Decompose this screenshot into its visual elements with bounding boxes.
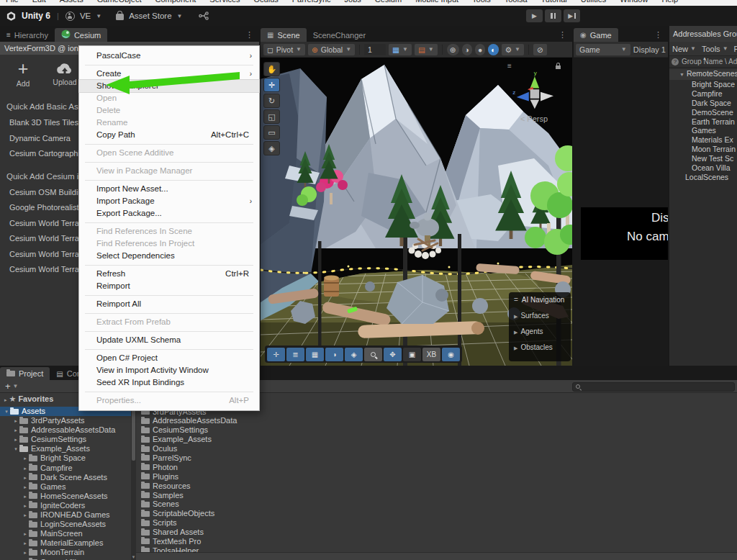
drag-handle-icon[interactable]: =	[514, 296, 518, 304]
folder-list-row[interactable]: Resources	[136, 482, 737, 491]
context-menu-item[interactable]: Open Scene Additive ›	[79, 147, 259, 159]
folder-list-row[interactable]: ParrelSync	[136, 453, 737, 463]
2d-toggle-button[interactable]: ◑	[462, 44, 472, 55]
tab-scene[interactable]: ▦ Scene	[261, 28, 307, 42]
compass-overlay-button[interactable]: ◉	[442, 348, 460, 361]
context-menu-item[interactable]: ›	[79, 346, 259, 352]
expand-arrow-icon[interactable]	[22, 510, 29, 520]
group-entry-row[interactable]: Ocean Villa	[669, 163, 737, 173]
folder-tree-row[interactable]: AddressableAssetsData	[0, 425, 131, 435]
folder-list-row[interactable]: AddressableAssetsData	[136, 416, 737, 425]
folder-tree-row[interactable]: LoginSceneAssets	[0, 520, 131, 529]
effects-dropdown[interactable]: ⚙▼	[502, 44, 524, 55]
menu-bar-item[interactable]: Toolsa	[505, 0, 528, 4]
folder-tree-row[interactable]: 3rdPartyAssets	[0, 416, 131, 425]
folder-tree-row[interactable]: Dark Scene Assets	[0, 473, 131, 482]
expand-arrow-icon[interactable]	[22, 548, 29, 557]
increment-snap-button[interactable]: ▤▼	[415, 44, 438, 55]
menu-bar-item[interactable]: Mobile Input	[415, 0, 458, 4]
context-menu-item[interactable]: Delete ›	[79, 104, 259, 117]
expand-arrow-icon[interactable]	[22, 529, 29, 538]
expand-arrow-icon[interactable]	[22, 464, 29, 473]
global-dropdown[interactable]: ⊕Global▼	[308, 44, 355, 55]
tab-project[interactable]: Project	[0, 367, 50, 380]
panel-menu-icon[interactable]: ⋮	[245, 30, 259, 42]
camera-overlay-button[interactable]: ▣	[403, 348, 421, 361]
lock-icon[interactable]	[556, 66, 561, 69]
context-menu-item[interactable]: Seed XR Input Bindings ›	[79, 376, 259, 389]
chevron-down-icon[interactable]: ▼	[177, 13, 183, 19]
persp-label[interactable]: < Persp	[506, 114, 562, 123]
addressables-title[interactable]: Addressables Groups	[669, 26, 737, 42]
grid-overlay-button[interactable]: ▦	[306, 348, 324, 361]
expand-arrow-icon[interactable]	[3, 407, 10, 416]
context-menu-item[interactable]: Select Dependencies ›	[79, 250, 259, 262]
game-view-dropdown[interactable]: Game▼	[576, 44, 630, 55]
group-entry-row[interactable]: Games	[669, 126, 737, 135]
context-menu-item[interactable]: Update UXML Schema ›	[79, 334, 259, 346]
expand-arrow-icon[interactable]	[22, 558, 29, 560]
pause-button[interactable]	[545, 9, 561, 22]
context-menu-item[interactable]: Import Package ›	[79, 195, 259, 207]
menu-bar-item[interactable]: Oculus	[254, 0, 279, 4]
display-label[interactable]: Display 1	[633, 45, 666, 54]
play-button[interactable]: ▶	[526, 9, 543, 22]
group-row[interactable]: LocalScenes	[669, 173, 737, 182]
folder-tree-row[interactable]: Example_Assets	[0, 444, 131, 453]
expand-arrow-icon[interactable]	[12, 444, 19, 453]
menu-bar-item[interactable]: Edit	[32, 0, 46, 4]
create-asset-button[interactable]: +▼	[0, 381, 19, 392]
folder-list-row[interactable]: Scenes	[136, 500, 737, 509]
folder-tree-row[interactable]: Ocean Villa	[0, 558, 131, 560]
context-menu-item[interactable]: Reimport All ›	[79, 298, 259, 310]
expand-arrow-icon[interactable]	[12, 416, 19, 425]
game-viewport[interactable]: Display 1 No cameras rendering	[574, 58, 668, 366]
folder-tree-row[interactable]: MaterialExamples	[0, 538, 131, 548]
context-menu-item[interactable]: ›	[79, 141, 259, 147]
gizmo-menu-icon[interactable]: ≡	[507, 62, 512, 70]
cesium-add-button[interactable]: + Add	[3, 59, 43, 88]
group-entry-row[interactable]: Materials Ex	[669, 135, 737, 145]
help-icon[interactable]: ?	[672, 58, 679, 66]
account-dropdown[interactable]: VE	[80, 12, 91, 20]
nav-overlay-item[interactable]: ▶Obstacles	[514, 340, 566, 356]
scale-tool[interactable]: ◱	[263, 109, 280, 124]
group-entry-row[interactable]: DemoScene	[669, 108, 737, 117]
folder-list-row[interactable]: ScriptableObjects	[136, 509, 737, 518]
grid-snap-button[interactable]: ▦▼	[389, 44, 412, 55]
context-menu-item[interactable]: PascalCase ›	[79, 50, 259, 62]
context-menu-item[interactable]: ›	[79, 220, 259, 225]
scene-viewport[interactable]: ✋ ✛ ↻ ◱ ▭ ◈ ≡ y z	[261, 58, 572, 366]
lighting-toggle-button[interactable]: ●	[475, 44, 485, 55]
shaded-mode-button[interactable]: ⊕	[447, 44, 459, 55]
menu-bar-item[interactable]: ParrelSync	[292, 0, 331, 4]
play-mode-dropdown[interactable]: Play Mode Script	[734, 45, 737, 53]
nav-overlay-item[interactable]: ▶Agents	[514, 324, 566, 340]
expand-arrow-icon[interactable]	[22, 538, 29, 548]
expand-arrow-icon[interactable]	[12, 435, 19, 444]
folder-tree-row[interactable]: CesiumSettings	[0, 435, 131, 444]
xb-overlay-button[interactable]: XB	[422, 348, 440, 361]
expand-arrow-icon[interactable]	[12, 425, 19, 435]
menu-bar-item[interactable]: File	[6, 0, 19, 4]
search-overlay-button[interactable]	[364, 348, 382, 361]
group-entry-row[interactable]: New Test Sc	[669, 154, 737, 163]
tab-game[interactable]: ◉ Game	[574, 28, 618, 42]
folder-list-row[interactable]: Samples	[136, 491, 737, 500]
audio-toggle-button[interactable]: ◐	[488, 44, 498, 55]
folder-list-row[interactable]: Plugins	[136, 472, 737, 482]
tools-dropdown[interactable]: Tools▼	[702, 45, 728, 53]
gizmo-axes[interactable]: y z	[508, 70, 560, 112]
context-menu-item[interactable]: Export Package... ›	[79, 207, 259, 220]
context-menu-item[interactable]: Open C# Project ›	[79, 352, 259, 364]
menu-bar-item[interactable]: Services	[209, 0, 240, 4]
folder-list-row[interactable]: Shared Assets	[136, 528, 737, 537]
folder-tree-row[interactable]: MoonTerrain	[0, 548, 131, 557]
context-menu-item[interactable]: ›	[79, 62, 259, 68]
folder-tree-row[interactable]: Campfire	[0, 464, 131, 473]
folder-list-row[interactable]: ToolsaHelper	[136, 546, 737, 552]
project-search-input[interactable]	[572, 382, 735, 392]
group-name-column-header[interactable]: ? Group Name \ Addressable Path ▲	[669, 56, 737, 68]
folder-list-row[interactable]: TextMesh Pro	[136, 537, 737, 546]
grid-size-field[interactable]: 1	[364, 44, 386, 55]
